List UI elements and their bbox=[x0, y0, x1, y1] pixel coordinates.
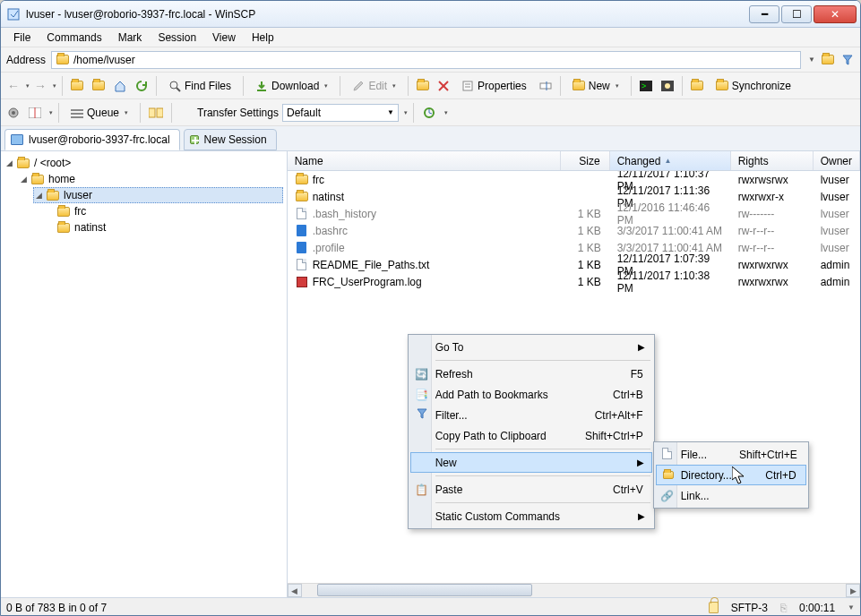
parent-folder-button[interactable] bbox=[68, 75, 86, 97]
root-folder-button[interactable] bbox=[90, 75, 108, 97]
scroll-left-button[interactable]: ◀ bbox=[288, 584, 302, 597]
ctx-new-file[interactable]: File...Shift+Ctrl+E bbox=[656, 444, 806, 465]
col-rights[interactable]: Rights bbox=[731, 151, 814, 170]
file-row[interactable]: .bash_history1 KB12/1/2016 11:46:46 PMrw… bbox=[288, 205, 860, 222]
ctx-new[interactable]: New▶ bbox=[410, 452, 652, 473]
addressbar: Address /home/lvuser ▼ bbox=[1, 47, 860, 73]
rename-button[interactable] bbox=[537, 75, 555, 97]
horizontal-scrollbar[interactable]: ◀ ▶ bbox=[288, 583, 860, 597]
tree-frc[interactable]: frc bbox=[74, 205, 86, 218]
edit-button[interactable]: Edit▾ bbox=[346, 75, 402, 97]
folder-icon bbox=[30, 173, 45, 185]
sync-browse-button[interactable] bbox=[146, 102, 166, 124]
layout-button[interactable] bbox=[26, 102, 44, 124]
transfer-settings-select[interactable]: Default▼ bbox=[282, 104, 399, 122]
findfiles-button[interactable]: Find Files bbox=[162, 75, 237, 97]
file-owner: lvuser bbox=[814, 225, 860, 237]
expander-icon[interactable]: ◢ bbox=[19, 175, 28, 184]
file-row[interactable]: natinst12/11/2017 1:11:36 PMrwxrwxr-xlvu… bbox=[288, 188, 860, 205]
ctx-copypath[interactable]: Copy Path to ClipboardShift+Ctrl+P bbox=[410, 425, 652, 446]
address-label: Address bbox=[6, 54, 46, 66]
back-button[interactable]: ← bbox=[4, 75, 22, 97]
file-name: frc bbox=[313, 174, 324, 186]
col-changed[interactable]: Changed▲ bbox=[610, 151, 731, 170]
context-submenu-new: File...Shift+Ctrl+E Directory...Ctrl+D 🔗… bbox=[653, 441, 809, 509]
putty-button[interactable] bbox=[659, 75, 676, 97]
ctx-addbookmark[interactable]: 📑Add Path to BookmarksCtrl+B bbox=[410, 384, 652, 405]
clipboard-icon[interactable]: ⎘ bbox=[780, 602, 787, 614]
home-button[interactable] bbox=[111, 75, 129, 97]
terminal-button[interactable]: > bbox=[637, 75, 655, 97]
file-changed: 12/11/2017 1:10:38 PM bbox=[610, 270, 731, 295]
open-folder-icon[interactable] bbox=[821, 53, 835, 67]
menu-file[interactable]: File bbox=[6, 30, 38, 46]
minimize-button[interactable]: ━ bbox=[749, 5, 779, 23]
folder-icon bbox=[56, 205, 71, 218]
new-folder-button[interactable] bbox=[414, 75, 432, 97]
file-size: 1 KB bbox=[561, 225, 610, 237]
session-tab-active[interactable]: lvuser@roborio-3937-frc.local bbox=[4, 129, 180, 150]
address-dropdown[interactable]: ▼ bbox=[808, 56, 815, 64]
scroll-thumb[interactable] bbox=[317, 584, 532, 596]
status-selection: 0 B of 783 B in 0 of 7 bbox=[6, 602, 107, 614]
file-row[interactable]: .bashrc1 KB3/3/2017 11:00:41 AMrw-r--r--… bbox=[288, 222, 860, 239]
svg-rect-0 bbox=[8, 9, 19, 20]
col-owner[interactable]: Owner bbox=[814, 151, 860, 170]
synchronize-button[interactable]: Synchronize bbox=[710, 75, 797, 97]
tree-natinst[interactable]: natinst bbox=[74, 221, 106, 234]
queue-button[interactable]: Queue▾ bbox=[65, 102, 134, 124]
directory-tree[interactable]: ◢ / <root> ◢ home ◢ lvuser frc bbox=[1, 151, 288, 597]
refresh-button[interactable] bbox=[133, 75, 151, 97]
menu-session[interactable]: Session bbox=[151, 30, 203, 46]
ctx-filter[interactable]: Filter...Ctrl+Alt+F bbox=[410, 405, 652, 425]
keepuptodate-button[interactable] bbox=[419, 102, 439, 124]
filter-toggle-icon[interactable] bbox=[840, 53, 855, 67]
file-owner: lvuser bbox=[814, 191, 860, 203]
preferences-button[interactable] bbox=[4, 102, 22, 124]
menu-help[interactable]: Help bbox=[245, 30, 281, 46]
file-size: 1 KB bbox=[561, 242, 610, 254]
file-owner: admin bbox=[814, 259, 860, 271]
menu-view[interactable]: View bbox=[205, 30, 243, 46]
new-button[interactable]: New▾ bbox=[566, 75, 625, 97]
tree-lvuser[interactable]: lvuser bbox=[64, 189, 92, 201]
col-name[interactable]: Name bbox=[288, 151, 561, 170]
file-name: .profile bbox=[313, 242, 345, 254]
file-row[interactable]: .profile1 KB3/3/2017 11:00:41 AMrw-r--r-… bbox=[288, 239, 860, 256]
delete-button[interactable] bbox=[435, 75, 452, 97]
menu-mark[interactable]: Mark bbox=[111, 30, 150, 46]
col-size[interactable]: Size bbox=[561, 151, 610, 170]
download-button[interactable]: Download▾ bbox=[249, 75, 334, 97]
expander-icon[interactable]: ◢ bbox=[34, 191, 43, 200]
file-row[interactable]: README_File_Paths.txt1 KB12/11/2017 1:07… bbox=[288, 256, 860, 273]
ctx-new-directory[interactable]: Directory...Ctrl+D bbox=[656, 465, 806, 485]
expander-icon[interactable]: ◢ bbox=[4, 158, 13, 167]
session-tab-new[interactable]: New Session bbox=[184, 129, 277, 150]
refresh-icon: 🔄 bbox=[414, 368, 430, 381]
ctx-goto[interactable]: Go To▶ bbox=[410, 337, 652, 357]
file-changed: 3/3/2017 11:00:41 AM bbox=[610, 225, 731, 237]
close-button[interactable]: ✕ bbox=[814, 5, 857, 23]
svg-point-16 bbox=[12, 111, 15, 115]
app-icon bbox=[6, 7, 21, 21]
maximize-button[interactable]: ☐ bbox=[781, 5, 812, 23]
file-row[interactable]: FRC_UserProgram.log1 KB12/11/2017 1:10:3… bbox=[288, 273, 860, 290]
ctx-staticcustom[interactable]: Static Custom Commands▶ bbox=[410, 506, 652, 526]
tree-home[interactable]: home bbox=[48, 173, 75, 185]
file-row[interactable]: frc12/11/2017 1:10:37 PMrwxrwsrwxlvuser bbox=[288, 171, 860, 188]
tree-root[interactable]: / <root> bbox=[34, 157, 71, 169]
menu-commands[interactable]: Commands bbox=[39, 30, 108, 46]
ctx-paste[interactable]: 📋PasteCtrl+V bbox=[410, 479, 652, 500]
compare-button[interactable] bbox=[688, 75, 706, 97]
forward-button[interactable]: → bbox=[31, 75, 49, 97]
address-field[interactable]: /home/lvuser bbox=[51, 51, 801, 69]
statusbar: 0 B of 783 B in 0 of 7 SFTP-3 ⎘ 0:00:11 … bbox=[1, 597, 860, 616]
lock-icon[interactable] bbox=[709, 602, 719, 613]
properties-button[interactable]: Properties bbox=[455, 75, 533, 97]
app-window: lvuser - lvuser@roborio-3937-frc.local -… bbox=[0, 0, 861, 616]
ctx-new-link[interactable]: 🔗Link... bbox=[656, 485, 806, 506]
window-title: lvuser - lvuser@roborio-3937-frc.local -… bbox=[26, 8, 749, 21]
ctx-refresh[interactable]: 🔄RefreshF5 bbox=[410, 364, 652, 384]
scroll-right-button[interactable]: ▶ bbox=[846, 584, 860, 597]
status-dropdown[interactable]: ▼ bbox=[848, 603, 855, 612]
